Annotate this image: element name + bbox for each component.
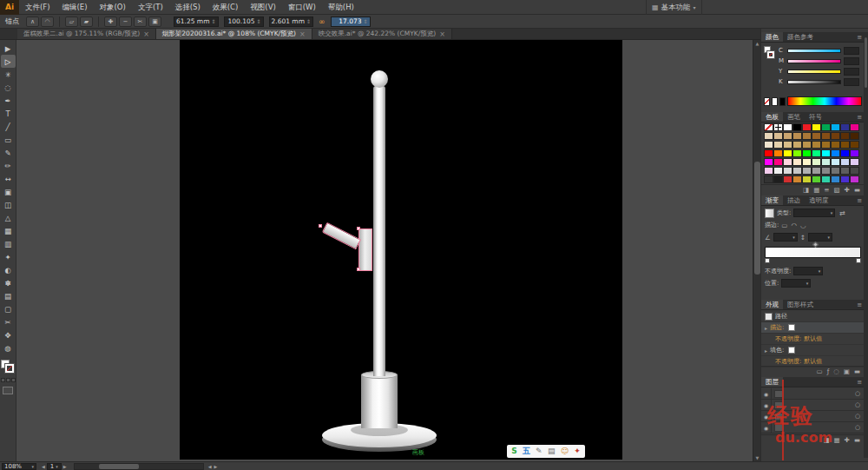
swatch-30[interactable] [850, 141, 859, 149]
swatch-24[interactable] [792, 141, 802, 149]
swatch-33[interactable] [783, 149, 792, 157]
swatch-26[interactable] [812, 141, 821, 149]
swatch-20[interactable] [850, 132, 859, 140]
selection-tool[interactable]: ▶ [1, 42, 16, 55]
gradient-mode-button[interactable] [6, 378, 10, 382]
layer-row-1[interactable]: ◉○ [761, 388, 865, 400]
close-icon[interactable]: × [439, 30, 445, 38]
swatch-37[interactable] [821, 149, 831, 157]
swatch-40[interactable] [850, 149, 859, 157]
color-spectrum[interactable] [787, 96, 862, 106]
swatch-3[interactable] [783, 123, 792, 131]
doc-tab-2[interactable]: 烟形架20200316.ai* @ 108% (CMYK/预览)× [156, 29, 312, 39]
swatch-13[interactable] [783, 132, 792, 140]
menu-window[interactable]: 窗口(W) [282, 0, 322, 15]
pencil-tool[interactable]: ✏ [1, 159, 16, 172]
swatch-63[interactable] [783, 175, 792, 183]
white-swatch[interactable] [772, 97, 778, 106]
slider-value-field[interactable] [844, 57, 859, 65]
swatch-28[interactable] [831, 141, 840, 149]
swatch-67[interactable] [821, 175, 831, 183]
screen-mode-button[interactable] [3, 387, 13, 394]
h-field[interactable]: 17.073⇕ [331, 17, 371, 27]
swatch-42[interactable] [773, 158, 783, 166]
target-icon[interactable]: ○ [855, 401, 860, 408]
anchor-point[interactable] [319, 224, 322, 228]
shape-builder-tool[interactable]: ◫ [1, 198, 16, 211]
flagpole-ball[interactable] [371, 70, 388, 88]
swatch-15[interactable] [802, 132, 812, 140]
swatch-41[interactable] [764, 158, 773, 166]
swatch-10[interactable] [850, 123, 859, 131]
swatch-58[interactable] [831, 167, 840, 175]
scrollbar-thumb[interactable] [754, 162, 760, 275]
new-swatch-icon[interactable]: ✚ [845, 186, 850, 194]
slider-bar[interactable] [787, 80, 841, 84]
blend-tool[interactable]: ◐ [1, 263, 16, 276]
appearance-row-stroke-opacity[interactable]: 不透明度: 默认值 [761, 334, 865, 345]
slider-bar[interactable] [787, 70, 841, 74]
swatch-45[interactable] [802, 158, 812, 166]
spinner-icon[interactable]: ⇕ [306, 18, 311, 24]
swatch-options-icon[interactable]: ≡ [824, 186, 829, 194]
appearance-tab-2[interactable]: 图形样式 [783, 300, 818, 309]
stroke-swatch[interactable] [767, 51, 774, 58]
swatch-48[interactable] [831, 158, 840, 166]
gradient-tool[interactable]: ▥ [1, 237, 16, 250]
swatch-39[interactable] [840, 149, 850, 157]
gradient-stop-right[interactable] [856, 258, 861, 263]
gradient-tab-3[interactable]: 透明度 [805, 195, 833, 205]
menu-file[interactable]: 文件(F) [19, 0, 56, 15]
base-cylinder[interactable] [361, 374, 398, 428]
panel-fill-stroke-indicator[interactable] [764, 46, 776, 60]
swatch-44[interactable] [792, 158, 802, 166]
layers-tab-1[interactable]: 图层 [761, 377, 783, 387]
swatch-60[interactable] [850, 167, 859, 175]
width-tool[interactable]: ↔ [1, 172, 16, 185]
gradient-slider[interactable] [765, 247, 861, 258]
app-logo[interactable]: Ai [0, 0, 19, 15]
swatch-23[interactable] [783, 141, 792, 149]
rectangle-tool[interactable]: ▭ [1, 133, 16, 146]
swatch-16[interactable] [812, 132, 821, 140]
slice-tool[interactable]: ✂ [1, 315, 16, 328]
swatch-25[interactable] [802, 141, 812, 149]
new-sublayer-icon[interactable]: ▦ [834, 436, 840, 444]
bracket-plate[interactable] [358, 228, 372, 271]
black-swatch[interactable] [779, 97, 786, 106]
new-stroke-icon[interactable]: ▭ [817, 367, 823, 375]
swatch-8[interactable] [831, 123, 840, 131]
swatch-9[interactable] [840, 123, 850, 131]
swatch-29[interactable] [840, 141, 850, 149]
swatch-64[interactable] [792, 175, 802, 183]
emoji-icon[interactable]: ☺ [561, 445, 569, 458]
handles-show-icon[interactable]: ▱ [65, 17, 78, 27]
swatch-36[interactable] [812, 149, 821, 157]
clear-appearance-icon[interactable]: ◌ [833, 367, 839, 375]
appearance-row-fill[interactable]: ▸ 填色: [761, 345, 865, 356]
swatch-46[interactable] [812, 158, 821, 166]
gradient-within-stroke-icon[interactable]: ▭ [781, 222, 787, 229]
swatch-61[interactable] [764, 175, 773, 183]
duplicate-item-icon[interactable]: ▣ [844, 367, 850, 375]
perspective-grid-tool[interactable]: △ [1, 211, 16, 224]
gradient-stop-left[interactable] [765, 258, 770, 263]
swatch-66[interactable] [812, 175, 821, 183]
reverse-gradient-icon[interactable]: ⇄ [839, 209, 845, 217]
scroll-down-icon[interactable]: ▼ [753, 454, 760, 461]
menu-effect[interactable]: 效果(C) [207, 0, 245, 15]
swatch-62[interactable] [773, 175, 783, 183]
magic-wand-tool[interactable]: ✳ [1, 68, 16, 81]
swatch-libraries-icon[interactable]: ◨ [803, 186, 809, 194]
bracket-arm[interactable] [322, 222, 361, 250]
close-icon[interactable]: × [143, 30, 149, 38]
target-icon[interactable]: ○ [855, 413, 860, 420]
swatch-55[interactable] [802, 167, 812, 175]
artboard-tool[interactable]: ▢ [1, 302, 16, 315]
slider-value-field[interactable] [844, 68, 859, 76]
hand-tool[interactable]: ✥ [1, 328, 16, 341]
swatch-53[interactable] [783, 167, 792, 175]
canvas[interactable]: 画板 S五✎▤☺✦ ▲ ▼ [16, 40, 760, 461]
swatch-21[interactable] [764, 141, 773, 149]
expand-icon[interactable]: ▸ [765, 325, 767, 331]
